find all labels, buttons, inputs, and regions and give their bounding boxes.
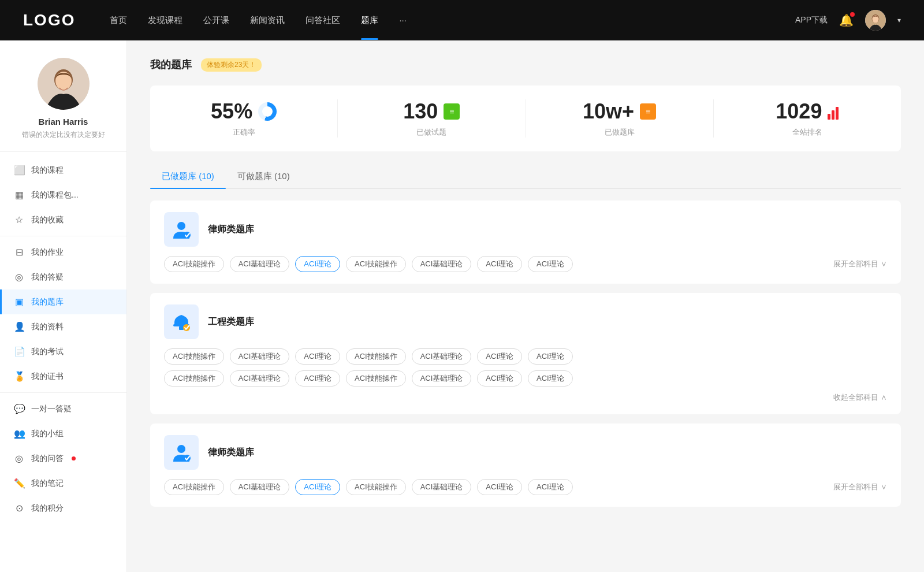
nav-links: 首页 发现课程 公开课 新闻资讯 问答社区 题库 ··· — [110, 15, 795, 26]
stat-rank-top: 1029 — [776, 99, 839, 124]
lawyer2-tag-3[interactable]: ACI技能操作 — [346, 479, 406, 495]
profile-avatar — [38, 58, 90, 110]
my-qa-icon: ◎ — [14, 453, 24, 464]
stat-accuracy-value: 55% — [211, 99, 252, 124]
nav-news[interactable]: 新闻资讯 — [250, 15, 285, 26]
engineer-tag-r1-2[interactable]: ACI理论 — [295, 348, 340, 365]
nav-courses[interactable]: 发现课程 — [148, 15, 182, 26]
nav-opencourse[interactable]: 公开课 — [203, 15, 229, 26]
engineer-tag-r1-4[interactable]: ACI基础理论 — [412, 348, 472, 365]
lawyer2-tag-0[interactable]: ACI技能操作 — [164, 479, 224, 495]
page-title: 我的题库 — [150, 58, 192, 72]
lawyer-expand-link[interactable]: 展开全部科目 ∨ — [833, 259, 887, 269]
nav-home[interactable]: 首页 — [110, 15, 127, 26]
lawyer2-tag-4[interactable]: ACI基础理论 — [412, 479, 472, 495]
sidebar-profile: Brian Harris 错误的决定比没有决定要好 — [0, 40, 126, 152]
bank-card-engineer: 工程类题库 ACI技能操作 ACI基础理论 ACI理论 ACI技能操作 ACI基… — [150, 293, 901, 414]
lawyer2-expand-link[interactable]: 展开全部科目 ∨ — [833, 482, 887, 492]
lawyer2-tag-1[interactable]: ACI基础理论 — [230, 479, 290, 495]
notification-bell[interactable]: 🔔 — [839, 13, 854, 27]
tab-available-banks[interactable]: 可做题库 (10) — [226, 165, 301, 188]
lawyer-tag-3[interactable]: ACI技能操作 — [346, 256, 406, 272]
sidebar-item-favorites[interactable]: ☆ 我的收藏 — [0, 207, 126, 232]
engineer-icon-wrap — [164, 304, 199, 339]
engineer-tag-r2-3[interactable]: ACI技能操作 — [346, 370, 406, 387]
engineer-bank-name: 工程类题库 — [208, 316, 254, 328]
bank-card-lawyer: 律师类题库 ACI技能操作 ACI基础理论 ACI理论 ACI技能操作 ACI基… — [150, 200, 901, 284]
tab-done-banks[interactable]: 已做题库 (10) — [150, 165, 226, 188]
profile-data-icon: 👤 — [14, 321, 24, 332]
nav-qa[interactable]: 问答社区 — [305, 15, 340, 26]
lawyer-tag-1[interactable]: ACI基础理论 — [230, 256, 290, 272]
sidebar-item-exam[interactable]: 📄 我的考试 — [0, 339, 126, 364]
sidebar-item-question-bank[interactable]: ▣ 我的题库 — [0, 289, 126, 314]
lawyer-tag-2-active[interactable]: ACI理论 — [295, 256, 340, 272]
engineer-tag-r2-6[interactable]: ACI理论 — [528, 370, 573, 387]
stat-done-b-label: 已做题库 — [605, 127, 635, 138]
lawyer2-tags-row: ACI技能操作 ACI基础理论 ACI理论 ACI技能操作 ACI基础理论 AC… — [164, 479, 887, 495]
engineer-tag-r2-1[interactable]: ACI基础理论 — [230, 370, 290, 387]
sidebar-item-qa[interactable]: ◎ 我的答疑 — [0, 265, 126, 289]
sidebar: Brian Harris 错误的决定比没有决定要好 ⬜ 我的课程 ▦ 我的课程包… — [0, 40, 127, 572]
lawyer-bank-name: 律师类题库 — [208, 224, 254, 236]
lawyer2-tag-2-active[interactable]: ACI理论 — [295, 479, 340, 495]
engineer-tag-r1-5[interactable]: ACI理论 — [477, 348, 522, 365]
sidebar-item-my-qa[interactable]: ◎ 我的问答 — [0, 446, 126, 471]
engineer-tag-r2-5[interactable]: ACI理论 — [477, 370, 522, 387]
lawyer2-icon-wrap — [164, 435, 199, 470]
nav-more[interactable]: ··· — [399, 15, 407, 26]
sidebar-item-course[interactable]: ⬜ 我的课程 — [0, 158, 126, 183]
sidebar-item-homework[interactable]: ⊟ 我的作业 — [0, 240, 126, 265]
engineer-tag-r1-0[interactable]: ACI技能操作 — [164, 348, 224, 365]
lawyer2-icon — [171, 442, 192, 463]
sidebar-item-notes[interactable]: ✏️ 我的笔记 — [0, 471, 126, 496]
avatar-chevron[interactable]: ▾ — [897, 16, 901, 24]
stat-done-q-label: 已做试题 — [416, 127, 446, 138]
course-pkg-icon: ▦ — [14, 190, 24, 200]
engineer-tag-r2-0[interactable]: ACI技能操作 — [164, 370, 224, 387]
engineer-tag-r2-4[interactable]: ACI基础理论 — [412, 370, 472, 387]
avatar[interactable] — [865, 10, 886, 31]
favorites-icon: ☆ — [14, 214, 24, 225]
done-b-icon: ≡ — [640, 103, 656, 120]
trial-badge: 体验剩余23天！ — [201, 58, 262, 72]
sidebar-item-cert[interactable]: 🏅 我的证书 — [0, 364, 126, 389]
engineer-collapse-section: 收起全部科目 ∧ — [164, 392, 887, 403]
app-download-button[interactable]: APP下载 — [795, 15, 828, 25]
sidebar-item-points[interactable]: ⊙ 我的积分 — [0, 496, 126, 521]
engineer-tag-r2-2[interactable]: ACI理论 — [295, 370, 340, 387]
bank-card-engineer-header: 工程类题库 — [164, 304, 887, 339]
lawyer-tag-5[interactable]: ACI理论 — [477, 256, 522, 272]
done-q-icon: ≡ — [444, 103, 460, 120]
exam-icon: 📄 — [14, 346, 24, 357]
sidebar-item-course-pkg[interactable]: ▦ 我的课程包... — [0, 183, 126, 207]
nav-questionbank[interactable]: 题库 — [361, 15, 378, 26]
engineer-tag-r1-1[interactable]: ACI基础理论 — [230, 348, 290, 365]
logo[interactable]: LOGO — [23, 11, 75, 29]
lawyer-tag-4[interactable]: ACI基础理论 — [412, 256, 472, 272]
lawyer-icon-wrap — [164, 212, 199, 247]
bank-card-lawyer2: 律师类题库 ACI技能操作 ACI基础理论 ACI理论 ACI技能操作 ACI基… — [150, 424, 901, 507]
lawyer-tag-6[interactable]: ACI理论 — [528, 256, 573, 272]
sidebar-item-group[interactable]: 👥 我的小组 — [0, 421, 126, 446]
notes-icon: ✏️ — [14, 478, 24, 489]
nav-right: APP下载 🔔 ▾ — [795, 10, 901, 31]
main-content: 我的题库 体验剩余23天！ 55% 正确率 130 ≡ 已做试题 — [127, 40, 924, 572]
engineer-tags-row2: ACI技能操作 ACI基础理论 ACI理论 ACI技能操作 ACI基础理论 AC… — [164, 370, 887, 387]
lawyer2-tag-6[interactable]: ACI理论 — [528, 479, 573, 495]
svg-point-11 — [177, 445, 185, 453]
engineer-collapse-link[interactable]: 收起全部科目 ∧ — [833, 392, 887, 403]
sidebar-item-profile-data[interactable]: 👤 我的资料 — [0, 314, 126, 339]
stats-row: 55% 正确率 130 ≡ 已做试题 10w+ ≡ 已做题库 — [150, 86, 901, 151]
topnav: LOGO 首页 发现课程 公开课 新闻资讯 问答社区 题库 ··· APP下载 … — [0, 0, 924, 40]
lawyer2-tag-5[interactable]: ACI理论 — [477, 479, 522, 495]
engineer-tag-r1-3[interactable]: ACI技能操作 — [346, 348, 406, 365]
lawyer-tag-0[interactable]: ACI技能操作 — [164, 256, 224, 272]
stat-done-questions: 130 ≡ 已做试题 — [338, 99, 526, 138]
points-icon: ⊙ — [14, 503, 24, 514]
engineer-tag-r1-6[interactable]: ACI理论 — [528, 348, 573, 365]
stat-accuracy-label: 正确率 — [233, 127, 255, 138]
stat-accuracy: 55% 正确率 — [150, 99, 338, 138]
lawyer-icon — [171, 219, 192, 240]
sidebar-item-one-on-one[interactable]: 💬 一对一答疑 — [0, 396, 126, 421]
